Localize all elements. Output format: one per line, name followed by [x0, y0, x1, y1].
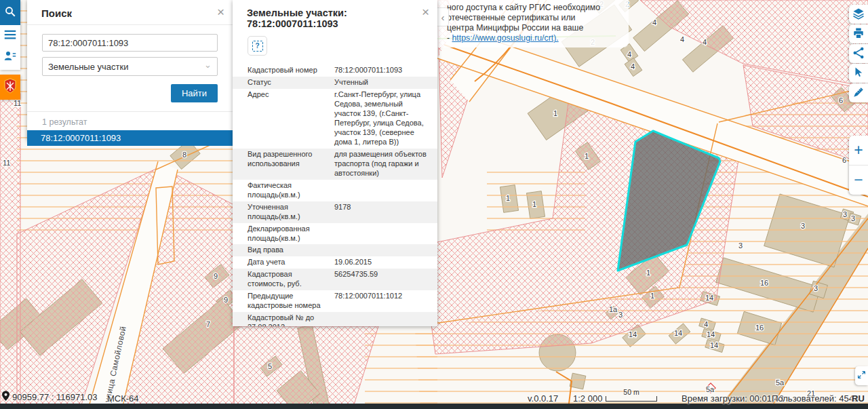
search-panel-close-icon[interactable]: ×	[217, 5, 224, 18]
detail-value	[334, 246, 429, 255]
detail-value: 78:12:0007011:1093	[334, 66, 429, 75]
detail-label: Декларированная площадь(кв.м.)	[248, 225, 334, 244]
link-prefix: -	[447, 33, 452, 43]
search-icon	[4, 5, 16, 20]
measure-icon	[852, 86, 865, 100]
detail-row: Предыдущие кадастровые номера78:12:00070…	[233, 290, 437, 312]
detail-row: Кадастровый номер78:12:0007011:1093	[233, 64, 437, 77]
measure-button[interactable]	[849, 83, 868, 102]
detail-row: Фактическая площадь(кв.м.)	[233, 180, 437, 201]
detail-label: Дата учета	[248, 258, 334, 267]
map-label: 16	[755, 324, 764, 332]
share-button[interactable]	[849, 44, 868, 63]
bottom-strip	[0, 404, 868, 409]
crs-label: МСК-64	[107, 393, 139, 404]
notification-line: центра Минцифры России на ваше	[447, 23, 623, 33]
search-result-item[interactable]: 78:12:0007011:1093	[27, 130, 233, 146]
select-tool-button[interactable]	[849, 64, 868, 83]
chevron-down-icon: ⌄	[204, 60, 212, 70]
parcel-help-button[interactable]: ?	[248, 36, 267, 56]
map-label: 1	[506, 194, 510, 202]
details-panel: Земельные участки: 78:12:0007011:1093 × …	[233, 0, 437, 326]
menu-button[interactable]	[0, 25, 20, 46]
detail-row: СтатусУчтенный	[233, 77, 437, 89]
map-label: 14	[629, 330, 637, 338]
map-label: 1а	[609, 305, 618, 313]
notification-line-link: - https://www.gosuslugi.ru/crt).	[447, 33, 623, 43]
detail-label: Фактическая площадь(кв.м.)	[248, 181, 334, 200]
search-panel-title: Поиск	[27, 0, 233, 25]
map-label: 1	[650, 292, 654, 300]
detail-value: 9178	[334, 203, 429, 222]
detail-label: Статус	[248, 78, 334, 87]
location-pin-icon	[2, 391, 9, 403]
rgis-emblem-button[interactable]	[0, 75, 20, 100]
fullscreen-icon	[857, 370, 866, 381]
select-tool-icon	[852, 66, 865, 81]
find-button[interactable]: Найти	[171, 84, 218, 102]
zoom-out-button[interactable]: −	[849, 165, 868, 195]
spb-emblem-icon	[3, 78, 17, 96]
detail-row: Вид права	[233, 244, 437, 256]
map-label: 14	[674, 329, 682, 337]
detail-label: Вид разрешенного использования	[248, 150, 334, 178]
map-scale-label[interactable]: 1:2 000	[573, 393, 602, 404]
scale-bar: 50 m	[606, 388, 657, 402]
map-label: 1	[646, 269, 650, 277]
details-panel-title: Земельные участки: 78:12:0007011:1093	[233, 0, 437, 32]
detail-value: 78:12:0007011:1012	[334, 292, 429, 311]
detail-row: Декларированная площадь(кв.м.)	[233, 223, 437, 245]
search-input[interactable]	[42, 34, 218, 52]
notification-collapse-button[interactable]: ‹	[437, 7, 449, 26]
load-time-label: Время загрузки: 00:01,43	[682, 393, 784, 404]
map-label: 4	[680, 35, 684, 43]
print-icon	[852, 27, 865, 41]
details-table: Кадастровый номер78:12:0007011:1093Стату…	[233, 64, 437, 326]
detail-label: Предыдущие кадастровые номера	[248, 292, 334, 311]
right-toolbar	[849, 5, 868, 103]
map-label: 9	[224, 296, 228, 304]
detail-value: 19.06.2015	[334, 258, 429, 267]
map-label: 11	[3, 159, 10, 167]
map-label: 4	[652, 18, 656, 26]
detail-label: Кадастровый № до 27.08.2012	[248, 313, 334, 326]
map-label: 4	[631, 62, 635, 71]
map-label: 4	[704, 320, 708, 328]
detail-row: Уточненная площадь(кв.м.)9178	[233, 201, 437, 223]
map-label: 5а	[776, 378, 785, 387]
detail-row: Вид разрешенного использованиядля размещ…	[233, 149, 437, 180]
details-panel-close-icon[interactable]: ×	[422, 5, 429, 18]
zoom-in-button[interactable]: +	[849, 136, 868, 165]
detail-value: г.Санкт-Петербург, улица Седова, земельн…	[334, 90, 429, 147]
detail-value: для размещения объектов траспорта (под г…	[334, 150, 429, 178]
language-toggle[interactable]: RU	[852, 393, 865, 404]
results-count: 1 результат	[27, 112, 233, 130]
map-label: 16	[760, 279, 768, 287]
detail-value	[334, 225, 429, 244]
map-label: 4	[703, 38, 707, 46]
fullscreen-button[interactable]	[855, 366, 868, 385]
map-label: 11	[14, 99, 21, 107]
search-tool-button[interactable]	[0, 0, 20, 25]
detail-row: Дата учета19.06.2015	[233, 256, 437, 269]
left-toolbar	[0, 0, 20, 70]
detail-label: Кадастровый номер	[248, 66, 334, 75]
scale-bar-label: 50 m	[606, 388, 657, 396]
detail-row: Адресг.Санкт-Петербург, улица Седова, зе…	[233, 89, 437, 149]
search-panel: Поиск × Земельные участки ⌄ Найти 1 резу…	[27, 0, 233, 140]
layers-icon	[852, 7, 865, 22]
gosuslugi-link[interactable]: https://www.gosuslugi.ru/crt).	[452, 33, 559, 43]
user-panel-button[interactable]	[0, 46, 20, 67]
layers-button[interactable]	[849, 5, 868, 24]
detail-label: Адрес	[248, 90, 334, 147]
menu-icon	[4, 30, 16, 41]
map-label: 14	[707, 330, 715, 338]
cursor-coordinates: 90959.77 : 116971.03	[12, 392, 98, 402]
map-label: 1	[532, 200, 536, 208]
detail-label: Уточненная площадь(кв.м.)	[248, 203, 334, 222]
scale-bar-rule	[606, 396, 657, 402]
map-label: 6	[842, 156, 846, 164]
search-category-select[interactable]: Земельные участки ⌄	[42, 57, 218, 76]
map-label: 5а	[706, 385, 715, 393]
print-button[interactable]	[849, 24, 868, 43]
